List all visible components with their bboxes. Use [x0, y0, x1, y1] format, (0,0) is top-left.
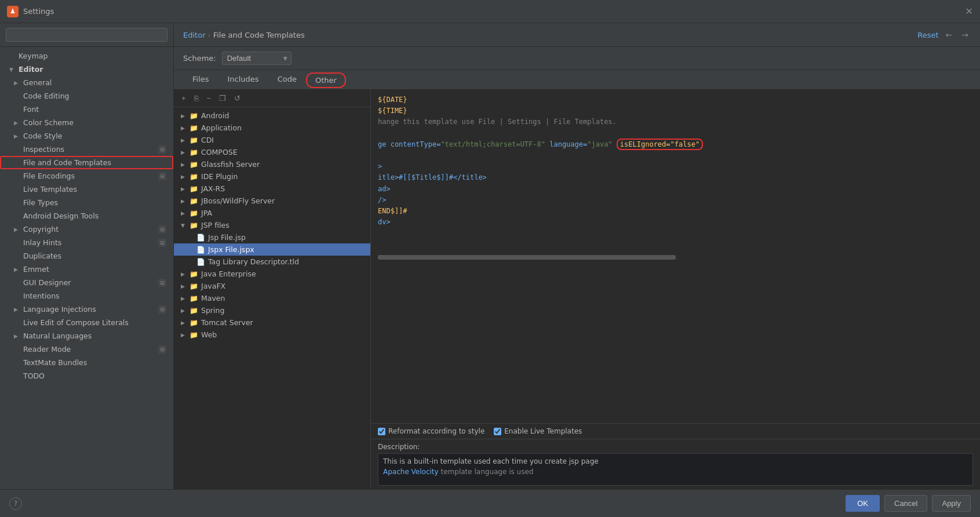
apply-button[interactable]: Apply: [932, 495, 971, 512]
code-line-7: >: [378, 161, 973, 172]
revert-button[interactable]: ↺: [231, 92, 243, 104]
sidebar-item-file-types[interactable]: File Types: [0, 196, 173, 209]
search-input[interactable]: [6, 28, 167, 42]
reformat-checkbox-label[interactable]: Reformat according to style: [378, 427, 484, 435]
code-editor[interactable]: ${DATE} ${TIME} hange this template use …: [371, 90, 980, 423]
copy-button[interactable]: ⎘: [191, 92, 202, 104]
sidebar-label-language-injections: Language Injections: [23, 305, 96, 314]
tree-item-jax-rs[interactable]: ▶ 📁 JAX-RS: [174, 183, 370, 195]
live-templates-checkbox[interactable]: [494, 428, 501, 435]
ok-button[interactable]: OK: [846, 495, 880, 512]
sidebar-item-gui-designer[interactable]: GUI Designer ⊟: [0, 276, 173, 289]
add-button[interactable]: +: [178, 92, 189, 104]
tree-label-java-enterprise: Java Enterprise: [201, 270, 256, 278]
tree-label-ide-plugin: IDE Plugin: [201, 172, 238, 181]
tab-other[interactable]: Other: [306, 72, 346, 88]
description-box: This is a built-in template used each ti…: [378, 453, 973, 486]
scheme-select[interactable]: Default: [222, 52, 292, 65]
sidebar-item-font[interactable]: Font: [0, 103, 173, 116]
sidebar-item-copyright[interactable]: ▶ Copyright ⊟: [0, 223, 173, 236]
back-button[interactable]: ←: [943, 29, 955, 41]
arrow-maven: ▶: [181, 296, 187, 301]
sidebar-label-keymap: Keymap: [19, 52, 48, 60]
sidebar-item-editor[interactable]: ▼ Editor: [0, 63, 173, 76]
help-button[interactable]: ?: [9, 497, 22, 510]
live-templates-checkbox-label[interactable]: Enable Live Templates: [494, 427, 582, 435]
close-button[interactable]: ✕: [966, 6, 973, 17]
sidebar-item-code-editing[interactable]: Code Editing: [0, 89, 173, 103]
sidebar-label-gui-designer: GUI Designer: [23, 278, 71, 287]
cancel-button[interactable]: Cancel: [884, 495, 927, 512]
tree-item-application[interactable]: ▶ 📁 Application: [174, 122, 370, 134]
code-panel: ${DATE} ${TIME} hange this template use …: [371, 90, 980, 489]
breadcrumb-actions: Reset ← →: [917, 29, 971, 41]
tree-item-web[interactable]: ▶ 📁 Web: [174, 329, 370, 341]
tree-item-ide-plugin[interactable]: ▶ 📁 IDE Plugin: [174, 170, 370, 183]
bottom-options: Reformat according to style Enable Live …: [371, 423, 980, 439]
sidebar-item-general[interactable]: ▶ General: [0, 76, 173, 89]
tab-includes[interactable]: Includes: [218, 70, 268, 89]
tree-item-tomcat[interactable]: ▶ 📁 Tomcat Server: [174, 316, 370, 329]
tree-item-compose[interactable]: ▶ 📁 COMPOSE: [174, 146, 370, 158]
tree-item-android[interactable]: ▶ 📁 Android: [174, 110, 370, 122]
sidebar-label-android-design: Android Design Tools: [23, 212, 99, 220]
sidebar-item-live-templates[interactable]: Live Templates: [0, 183, 173, 196]
scheme-bar: Scheme: Default: [174, 47, 980, 70]
tree-item-javafx[interactable]: ▶ 📁 JavaFX: [174, 280, 370, 292]
sidebar-item-intentions[interactable]: Intentions: [0, 289, 173, 303]
sidebar-item-duplicates[interactable]: Duplicates: [0, 249, 173, 263]
folder-icon-maven: 📁: [190, 294, 198, 303]
breadcrumb-current: File and Code Templates: [213, 31, 305, 39]
sidebar-item-inlay-hints[interactable]: Inlay Hints ⊟: [0, 236, 173, 249]
code-line-10: />: [378, 195, 973, 206]
sidebar-item-reader-mode[interactable]: Reader Mode ⊟: [0, 343, 173, 356]
breadcrumb-parent[interactable]: Editor: [183, 31, 205, 39]
remove-button[interactable]: −: [204, 92, 214, 104]
sidebar-label-color-scheme: Color Scheme: [23, 118, 74, 127]
sidebar-item-file-and-code-templates[interactable]: File and Code Templates: [0, 156, 173, 169]
tree-item-glassfish[interactable]: ▶ 📁 Glassfish Server: [174, 158, 370, 170]
tree-item-maven[interactable]: ▶ 📁 Maven: [174, 292, 370, 304]
sidebar-item-todo[interactable]: TODO: [0, 369, 173, 383]
sidebar-item-live-edit[interactable]: Live Edit of Compose Literals: [0, 316, 173, 329]
tree-item-jboss[interactable]: ▶ 📁 JBoss/WildFly Server: [174, 195, 370, 207]
code-line-5: ge contentType="text/html;charset=UTF-8"…: [378, 139, 973, 150]
tree-item-jsp-files[interactable]: ▼ 📁 JSP files: [174, 219, 370, 231]
tab-files[interactable]: Files: [183, 70, 218, 89]
tree-item-tld-file[interactable]: 📄 Tag Library Descriptor.tld: [174, 256, 370, 268]
tree-label-jboss: JBoss/WildFly Server: [201, 196, 275, 205]
sidebar-item-color-scheme[interactable]: ▶ Color Scheme: [0, 116, 173, 129]
sidebar-item-keymap[interactable]: Keymap: [0, 49, 173, 63]
tree-item-java-enterprise[interactable]: ▶ 📁 Java Enterprise: [174, 268, 370, 280]
arrow-web: ▶: [181, 332, 187, 338]
sidebar-item-textmate[interactable]: TextMate Bundles: [0, 356, 173, 369]
arrow-general: ▶: [14, 80, 20, 86]
tree-label-jsp-files: JSP files: [201, 221, 229, 230]
tree-label-jpa: JPA: [201, 209, 212, 217]
sidebar-item-code-style[interactable]: ▶ Code Style: [0, 129, 173, 143]
sidebar-item-language-injections[interactable]: ▶ Language Injections ⊟: [0, 303, 173, 316]
sidebar-label-reader-mode: Reader Mode: [23, 345, 71, 354]
sidebar-item-file-encodings[interactable]: File Encodings ⊟: [0, 169, 173, 183]
tab-code[interactable]: Code: [268, 70, 306, 89]
sidebar-item-emmet[interactable]: ▶ Emmet: [0, 263, 173, 276]
code-line-2: ${TIME}: [378, 105, 973, 116]
tree-item-cdi[interactable]: ▶ 📁 CDI: [174, 134, 370, 146]
arrow-emmet: ▶: [14, 267, 20, 272]
tree-item-jpa[interactable]: ▶ 📁 JPA: [174, 207, 370, 219]
sidebar-item-inspections[interactable]: Inspections ⊟: [0, 143, 173, 156]
code-line-8: itle>#[[$Title$]]#</title>: [378, 172, 973, 183]
apache-velocity-link[interactable]: Apache Velocity: [383, 468, 439, 476]
sidebar-item-natural-languages[interactable]: ▶ Natural Languages: [0, 329, 173, 343]
arrow-natural-languages: ▶: [14, 333, 20, 339]
forward-button[interactable]: →: [959, 29, 971, 41]
reset-button[interactable]: Reset: [917, 31, 938, 39]
tree-item-jspx-file[interactable]: 📄 Jspx File.jspx: [174, 243, 370, 256]
reformat-checkbox[interactable]: [378, 428, 385, 435]
tree-item-spring[interactable]: ▶ 📁 Spring: [174, 304, 370, 316]
sidebar-item-android-design[interactable]: Android Design Tools: [0, 209, 173, 223]
sidebar: Keymap ▼ Editor ▶ General Code Editing F…: [0, 23, 174, 489]
sidebar-label-intentions: Intentions: [23, 292, 60, 300]
tree-item-jsp-file[interactable]: 📄 Jsp File.jsp: [174, 231, 370, 243]
duplicate-button[interactable]: ❒: [216, 92, 229, 104]
